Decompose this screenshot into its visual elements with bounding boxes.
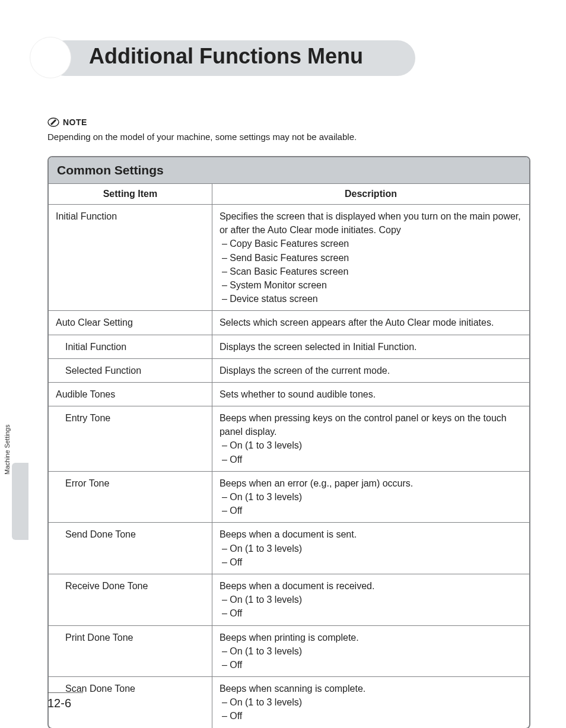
table-row: Audible TonesSets whether to sound audib…	[49, 382, 529, 406]
table-row: Scan Done ToneBeeps when scanning is com…	[49, 677, 529, 728]
list-item: Scan Basic Features screen	[222, 265, 522, 278]
setting-item-cell: Selected Function	[49, 358, 212, 382]
description-cell: Beeps when a document is received.On (1 …	[212, 574, 529, 625]
table-row: Print Done ToneBeeps when printing is co…	[49, 625, 529, 677]
section-header: Common Settings	[49, 157, 529, 184]
list-item: Off	[222, 709, 522, 723]
pencil-icon	[47, 116, 59, 128]
list-item: On (1 to 3 levels)	[222, 542, 522, 555]
list-item: Device status screen	[222, 292, 522, 306]
description-text: Beeps when a document is sent.	[220, 527, 522, 541]
description-text: Beeps when scanning is complete.	[220, 682, 522, 695]
setting-item-cell: Print Done Tone	[49, 625, 212, 677]
setting-item-cell: Initial Function	[49, 205, 212, 311]
page-number: 12-6	[47, 692, 83, 710]
description-text: Beeps when a document is received.	[220, 579, 522, 593]
table-row: Receive Done ToneBeeps when a document i…	[49, 574, 529, 625]
common-settings-table: Common Settings Setting Item Description…	[47, 156, 530, 728]
list-item: Off	[222, 606, 522, 620]
description-cell: Beeps when pressing keys on the control …	[212, 406, 529, 472]
description-bullets: On (1 to 3 levels)Off	[222, 593, 522, 620]
setting-item-cell: Receive Done Tone	[49, 574, 212, 625]
list-item: On (1 to 3 levels)	[222, 644, 522, 658]
list-item: Send Basic Features screen	[222, 251, 522, 265]
table-row: Auto Clear SettingSelects which screen a…	[49, 311, 529, 335]
list-item: Copy Basic Features screen	[222, 237, 522, 250]
description-text: Displays the screen of the current mode.	[220, 364, 522, 377]
list-item: On (1 to 3 levels)	[222, 490, 522, 504]
description-bullets: On (1 to 3 levels)Off	[222, 490, 522, 517]
list-item: Off	[222, 555, 522, 569]
setting-item-cell: Error Tone	[49, 471, 212, 523]
list-item: Off	[222, 658, 522, 672]
description-cell: Beeps when a document is sent.On (1 to 3…	[212, 523, 529, 574]
setting-item-cell: Auto Clear Setting	[49, 311, 212, 335]
list-item: On (1 to 3 levels)	[222, 438, 522, 452]
description-cell: Beeps when an error (e.g., paper jam) oc…	[212, 471, 529, 523]
note-row: NOTE	[47, 116, 530, 128]
table-row: Entry ToneBeeps when pressing keys on th…	[49, 406, 529, 472]
description-text: Beeps when pressing keys on the control …	[220, 411, 522, 438]
description-text: Selects which screen appears after the A…	[220, 316, 522, 329]
col-setting-item: Setting Item	[49, 184, 212, 205]
description-text: Sets whether to sound audible tones.	[220, 387, 522, 401]
setting-item-cell: Send Done Tone	[49, 523, 212, 574]
table-row: Send Done ToneBeeps when a document is s…	[49, 523, 529, 574]
description-cell: Beeps when printing is complete.On (1 to…	[212, 625, 529, 677]
description-cell: Sets whether to sound audible tones.	[212, 382, 529, 406]
description-bullets: On (1 to 3 levels)Off	[222, 542, 522, 569]
side-tab-background	[12, 463, 28, 540]
description-cell: Displays the screen selected in Initial …	[212, 335, 529, 358]
description-cell: Specifies the screen that is displayed w…	[212, 205, 529, 311]
note-text: Depending on the model of your machine, …	[47, 132, 530, 142]
setting-item-cell: Audible Tones	[49, 382, 212, 406]
table-row: Error ToneBeeps when an error (e.g., pap…	[49, 471, 529, 523]
table-row: Selected FunctionDisplays the screen of …	[49, 358, 529, 382]
description-cell: Displays the screen of the current mode.	[212, 358, 529, 382]
description-text: Specifies the screen that is displayed w…	[220, 209, 522, 237]
setting-item-cell: Entry Tone	[49, 406, 212, 472]
list-item: Off	[222, 453, 522, 466]
description-cell: Selects which screen appears after the A…	[212, 311, 529, 335]
table-row: Initial FunctionDisplays the screen sele…	[49, 335, 529, 358]
description-bullets: Copy Basic Features screenSend Basic Fea…	[222, 237, 522, 306]
description-bullets: On (1 to 3 levels)Off	[222, 695, 522, 723]
list-item: Off	[222, 504, 522, 517]
list-item: System Monitor screen	[222, 278, 522, 292]
description-bullets: On (1 to 3 levels)Off	[222, 438, 522, 466]
description-text: Displays the screen selected in Initial …	[220, 340, 522, 354]
settings-inner-table: Setting Item Description Initial Functio…	[49, 184, 529, 728]
setting-item-cell: Initial Function	[49, 335, 212, 358]
list-item: On (1 to 3 levels)	[222, 593, 522, 606]
list-item: On (1 to 3 levels)	[222, 695, 522, 709]
description-text: Beeps when printing is complete.	[220, 631, 522, 644]
description-cell: Beeps when scanning is complete.On (1 to…	[212, 677, 529, 728]
page-title: Additional Functions Menu	[89, 44, 363, 69]
description-bullets: On (1 to 3 levels)Off	[222, 644, 522, 672]
description-text: Beeps when an error (e.g., paper jam) oc…	[220, 476, 522, 490]
note-label: NOTE	[63, 117, 87, 127]
col-description: Description	[212, 184, 529, 205]
page-title-banner: Additional Functions Menu	[47, 30, 530, 95]
side-tab-label: Machine Settings	[4, 425, 11, 475]
title-pill-bullet	[30, 37, 71, 78]
table-row: Initial FunctionSpecifies the screen tha…	[49, 205, 529, 311]
